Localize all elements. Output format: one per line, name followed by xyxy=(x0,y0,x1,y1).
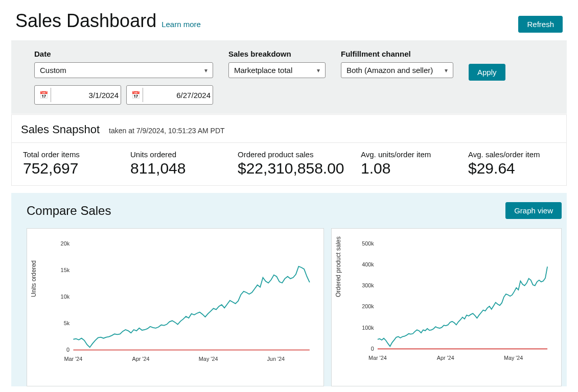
date-label: Date xyxy=(34,50,213,58)
svg-text:20k: 20k xyxy=(61,240,70,247)
svg-text:0: 0 xyxy=(371,346,374,352)
metric-label: Units ordered xyxy=(130,150,217,159)
metric: Avg. sales/order item$29.64 xyxy=(468,150,555,177)
svg-text:Mar '24: Mar '24 xyxy=(368,355,387,361)
svg-text:400k: 400k xyxy=(362,261,374,267)
chart-plot: 0100k200k300k400k500kMar '24Apr '24May '… xyxy=(350,239,552,364)
chart-panel: Units ordered05k10k15k20kMar '24Apr '24M… xyxy=(27,228,324,386)
svg-text:Apr '24: Apr '24 xyxy=(437,355,454,361)
svg-text:0: 0 xyxy=(66,347,70,353)
refresh-button[interactable]: Refresh xyxy=(518,16,563,33)
metric: Total order items752,697 xyxy=(23,150,110,177)
svg-text:Mar '24: Mar '24 xyxy=(64,356,82,362)
date-to-value: 6/27/2024 xyxy=(176,91,211,100)
metric: Avg. units/order item1.08 xyxy=(361,150,448,177)
date-range-value: Custom xyxy=(40,66,66,75)
channel-select[interactable]: Both (Amazon and seller) ▾ xyxy=(341,62,453,78)
svg-text:May '24: May '24 xyxy=(199,356,218,362)
date-from-input[interactable]: 📅 3/1/2024 xyxy=(34,85,121,105)
chart-ylabel: Units ordered xyxy=(30,260,37,297)
metric-label: Avg. sales/order item xyxy=(468,150,555,159)
learn-more-link[interactable]: Learn more xyxy=(161,20,201,29)
chart-panel: Ordered product sales0100k200k300k400k50… xyxy=(331,228,562,386)
svg-text:15k: 15k xyxy=(61,267,70,273)
metric-value: $29.64 xyxy=(468,160,555,177)
svg-text:500k: 500k xyxy=(362,240,374,247)
filters-panel: Date Custom ▾ 📅 3/1/2024 📅 6/27/2024 Sal… xyxy=(11,40,567,114)
apply-button[interactable]: Apply xyxy=(469,64,505,81)
svg-text:Jun '24: Jun '24 xyxy=(267,356,285,362)
metric: Ordered product sales$22,310,858.00 xyxy=(238,150,340,177)
chevron-down-icon: ▾ xyxy=(204,67,207,74)
snapshot-timestamp: taken at 7/9/2024, 10:51:23 AM PDT xyxy=(109,127,224,135)
compare-title: Compare Sales xyxy=(27,204,111,218)
svg-text:May '24: May '24 xyxy=(504,355,523,361)
metric-label: Total order items xyxy=(23,150,110,159)
svg-text:10k: 10k xyxy=(61,293,70,300)
chevron-down-icon: ▾ xyxy=(445,67,448,74)
channel-value: Both (Amazon and seller) xyxy=(346,66,433,75)
sales-snapshot-panel: Sales Snapshot taken at 7/9/2024, 10:51:… xyxy=(11,114,567,186)
date-from-value: 3/1/2024 xyxy=(89,91,119,100)
snapshot-title: Sales Snapshot xyxy=(21,123,100,136)
page-title: Sales Dashboard xyxy=(15,10,156,32)
chart-plot: 05k10k15k20kMar '24Apr '24May '24Jun '24 xyxy=(45,239,314,366)
metric-label: Ordered product sales xyxy=(238,150,340,159)
calendar-icon: 📅 xyxy=(37,88,51,102)
metric-value: 1.08 xyxy=(361,160,448,177)
chart-ylabel: Ordered product sales xyxy=(335,236,342,297)
breakdown-label: Sales breakdown xyxy=(228,50,326,58)
compare-sales-panel: Compare Sales Graph view Units ordered05… xyxy=(11,193,567,386)
metric: Units ordered811,048 xyxy=(130,150,217,177)
chevron-down-icon: ▾ xyxy=(317,67,320,74)
svg-text:100k: 100k xyxy=(362,325,374,331)
svg-text:200k: 200k xyxy=(362,303,374,309)
breakdown-select[interactable]: Marketplace total ▾ xyxy=(228,62,326,78)
date-to-input[interactable]: 📅 6/27/2024 xyxy=(126,85,213,105)
metric-label: Avg. units/order item xyxy=(361,150,448,159)
svg-text:Apr '24: Apr '24 xyxy=(132,356,149,362)
breakdown-value: Marketplace total xyxy=(234,66,292,75)
svg-text:300k: 300k xyxy=(362,282,374,288)
metric-value: 752,697 xyxy=(23,160,110,177)
graph-view-button[interactable]: Graph view xyxy=(505,202,562,219)
calendar-icon: 📅 xyxy=(129,88,143,102)
date-range-select[interactable]: Custom ▾ xyxy=(34,62,213,78)
channel-label: Fulfillment channel xyxy=(341,50,453,58)
metric-value: $22,310,858.00 xyxy=(238,160,340,177)
svg-text:5k: 5k xyxy=(64,320,70,326)
metric-value: 811,048 xyxy=(130,160,217,177)
